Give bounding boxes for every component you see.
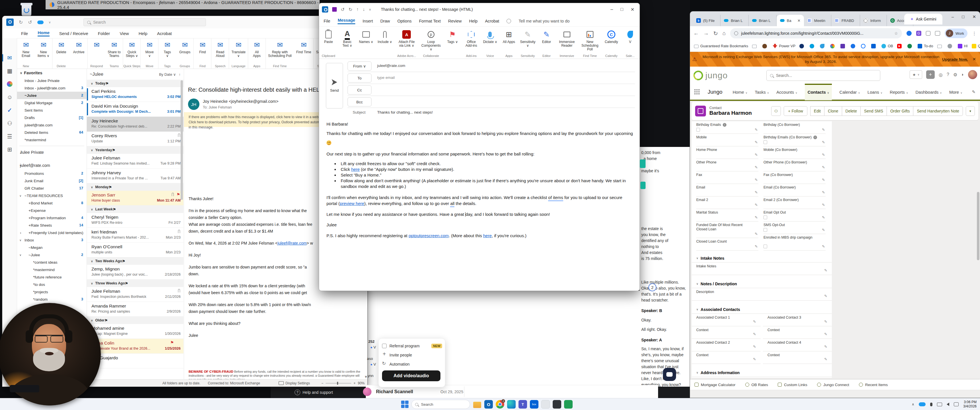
to-input[interactable]: type email bbox=[377, 75, 395, 80]
outlook-taskbar-icon[interactable]: O bbox=[484, 400, 493, 408]
edit-pencil-icon[interactable]: ✎ bbox=[755, 165, 758, 169]
ribbon-button[interactable]: ✉ Find Find bbox=[194, 38, 212, 68]
folder-item[interactable]: Junk Email [2] bbox=[17, 177, 87, 184]
ribbon-button[interactable]: ⚑ Tags ∨ bbox=[443, 27, 462, 59]
maximize-button[interactable]: □ bbox=[962, 14, 964, 19]
bookmark-item[interactable] bbox=[762, 44, 768, 48]
bookmark-item[interactable]: HI bbox=[958, 44, 968, 48]
speaker-icon[interactable] bbox=[947, 403, 949, 406]
display-settings-button[interactable]: Display Settings bbox=[278, 381, 310, 385]
edge-taskbar-icon[interactable] bbox=[507, 400, 515, 408]
app-name[interactable]: Jungo bbox=[708, 89, 722, 95]
ribbon-tab[interactable]: Format Text bbox=[419, 19, 441, 23]
browser-tab[interactable]: Brian L bbox=[721, 15, 748, 26]
favorites-button[interactable]: ★ ∨ bbox=[910, 70, 922, 79]
folder-item[interactable]: Digital Mortgage 2 bbox=[17, 99, 87, 106]
ribbon-button[interactable]: New Scheduling Poll Find Time bbox=[578, 27, 602, 59]
bookmark-star-icon[interactable]: ☆ bbox=[894, 31, 898, 36]
message-row[interactable]: keri friedman Rocky Butte Farmers Market… bbox=[87, 228, 183, 243]
banner-close-icon[interactable]: ✕ bbox=[972, 57, 976, 62]
utility-bar-item[interactable]: Mortgage Calculator bbox=[695, 383, 735, 387]
invite-people-item[interactable]: Invite people bbox=[382, 351, 442, 359]
close-button[interactable]: ✕ bbox=[972, 14, 976, 19]
ribbon-button[interactable]: ✉ Respond bbox=[88, 38, 105, 68]
folder-item[interactable]: *projects bbox=[17, 288, 87, 296]
maximize-button[interactable]: □ bbox=[620, 7, 623, 12]
message-row[interactable]: Diana Colin Re: Elevate Your Brand at th… bbox=[87, 339, 183, 354]
folder-item[interactable]: +Rate Sheets 14 bbox=[17, 221, 87, 229]
fathom-transcript-panel[interactable]: 0,000 from , a home maybe it's the estat… bbox=[640, 147, 690, 387]
browser-menu-icon[interactable]: ⋮ bbox=[972, 31, 977, 36]
checkbox[interactable] bbox=[764, 245, 767, 248]
bookmark-item[interactable] bbox=[799, 44, 806, 48]
back-button[interactable]: ← bbox=[694, 30, 699, 37]
edit-pencil-icon[interactable]: ✎ bbox=[755, 203, 758, 207]
ribbon-button[interactable]: ✉ Reply with Scheduling Poll Find Time bbox=[266, 38, 294, 68]
ribbon-tab[interactable]: Help bbox=[138, 31, 147, 36]
app-icon[interactable] bbox=[553, 400, 561, 408]
folder-item[interactable]: +Program Information 4 bbox=[17, 214, 87, 221]
app-icon[interactable] bbox=[541, 400, 550, 408]
tab-close-icon[interactable]: ✕ bbox=[797, 19, 800, 23]
bookmark-item[interactable]: QUO bbox=[972, 44, 980, 48]
todo-module-icon[interactable]: ✓ bbox=[2, 103, 17, 117]
action-button[interactable]: Send Handwrytten Note bbox=[913, 106, 963, 116]
ask-gemini-button[interactable]: ✦ Ask Gemini bbox=[904, 14, 942, 24]
taskbar-clock[interactable]: 3:06 PM 3/4/2026 bbox=[963, 400, 977, 408]
add-video-audio-button[interactable]: Add video/audio bbox=[382, 370, 441, 381]
bcc-button[interactable]: Bcc bbox=[348, 97, 371, 106]
nav-item[interactable]: Contacts bbox=[805, 84, 832, 100]
ribbon-tab[interactable]: Message bbox=[337, 18, 355, 24]
utility-bar-item[interactable]: Recent Items bbox=[859, 383, 888, 387]
referral-program-item[interactable]: Referral program NEW bbox=[382, 342, 442, 351]
bookmark-item[interactable] bbox=[830, 44, 837, 48]
optout-link[interactable]: optoutprescreen.com bbox=[409, 233, 449, 238]
extensions-puzzle-icon[interactable] bbox=[926, 31, 931, 36]
onedrive-icon[interactable] bbox=[919, 402, 926, 406]
nav-item[interactable]: More bbox=[949, 84, 963, 100]
ribbon-tab[interactable]: Help bbox=[469, 19, 478, 23]
section-header-intake-notes[interactable]: Intake Notes bbox=[692, 254, 832, 262]
ribbon-button[interactable]: A Basic Text ∨ bbox=[338, 27, 357, 59]
bookmark-item[interactable]: OB bbox=[881, 44, 893, 48]
message-row[interactable]: David Kim via Docusign Complete with Doc… bbox=[87, 102, 183, 117]
edit-pencil-icon[interactable]: ✎ bbox=[753, 332, 756, 336]
section-header-notes-description[interactable]: Notes / Description bbox=[692, 280, 832, 288]
browser-tab[interactable]: Meetin bbox=[804, 15, 831, 26]
ribbon-tab[interactable]: Folder bbox=[98, 31, 110, 36]
message-row[interactable]: Older ⚑ bbox=[87, 316, 183, 324]
folder-item[interactable]: GR Chatter 17 bbox=[17, 184, 87, 192]
folder-item[interactable]: +Bond Market 8 bbox=[17, 199, 87, 207]
home-button[interactable]: ⌂ bbox=[722, 30, 725, 37]
chat-widget-button[interactable] bbox=[663, 368, 676, 381]
folder-item[interactable]: ~TEAM RESOURCES bbox=[17, 192, 87, 199]
message-row[interactable]: Two Weeks Ago ⚑ bbox=[87, 257, 183, 265]
message-row[interactable]: Today ⚑ bbox=[87, 80, 183, 87]
message-row[interactable]: Corey Rivers Update 1:12 PM ⚑ bbox=[87, 132, 183, 146]
automation-item[interactable]: Automation bbox=[382, 359, 442, 369]
ribbon-tab[interactable]: Draw bbox=[380, 19, 390, 23]
utility-bar-item[interactable]: Custom Links bbox=[778, 383, 807, 387]
message-row[interactable]: Jenson Sarr Home buyer class Mon 11:47 A… bbox=[87, 191, 183, 205]
ribbon-button[interactable]: Immersive Reader Immersive bbox=[556, 27, 578, 59]
scroll-down-arrow[interactable]: ▼ bbox=[364, 375, 368, 379]
message-row[interactable]: Carl Perkins Signed HELOC documents 3:02… bbox=[87, 87, 183, 102]
bookmark-item[interactable] bbox=[948, 44, 954, 48]
message-row[interactable]: Julee Felsman Fwd: Inspection pictures B… bbox=[87, 287, 183, 302]
edit-nav-pencil-icon[interactable]: ✎ bbox=[972, 89, 975, 95]
bookmark-item[interactable]: Power VP bbox=[773, 44, 795, 48]
message-row[interactable]: Monday ⚑ bbox=[87, 183, 183, 191]
edit-pencil-icon[interactable]: ✎ bbox=[822, 153, 825, 157]
folder-item[interactable]: *mastermind bbox=[17, 136, 87, 143]
ribbon-button[interactable]: Office Add-ins Add-ins bbox=[462, 27, 480, 59]
qat-customize-icon[interactable]: ∨ bbox=[369, 8, 371, 11]
minimize-button[interactable]: – bbox=[611, 7, 613, 12]
ribbon-button[interactable]: ✉ Tags ∨ Tags bbox=[158, 38, 176, 68]
copilot-icon[interactable] bbox=[2, 78, 17, 91]
here-link[interactable]: here bbox=[483, 233, 492, 238]
edit-pencil-icon[interactable]: ✎ bbox=[753, 319, 756, 324]
encompass-window-titlebar[interactable]: GUARANTEED RATE PRODUCTION - Encompass -… bbox=[46, 0, 320, 10]
ribbon-tab[interactable]: View bbox=[120, 31, 129, 36]
redo-icon[interactable]: ↻ bbox=[348, 7, 352, 12]
from-button[interactable]: From ∨ bbox=[348, 62, 371, 71]
